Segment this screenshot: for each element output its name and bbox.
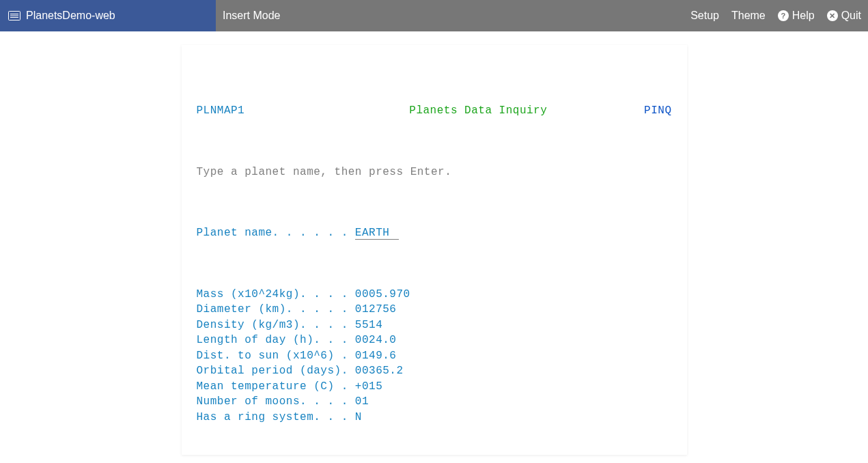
mode-indicator: Insert Mode bbox=[223, 10, 690, 22]
close-icon: ✕ bbox=[827, 10, 838, 21]
top-bar: PlanetsDemo-web Insert Mode Setup Theme … bbox=[0, 0, 868, 31]
field-label: Density (kg/m3). . . . bbox=[197, 319, 348, 331]
field-value: 01 bbox=[355, 395, 369, 408]
data-row: Density (kg/m3). . . . 5514 bbox=[197, 318, 672, 333]
planet-input-label: Planet name. . . . . . bbox=[197, 227, 348, 239]
terminal-header: PLNMAP1 Planets Data Inquiry PINQ bbox=[197, 103, 672, 119]
instruction-text: Type a planet name, then press Enter. bbox=[197, 165, 672, 180]
planet-name-input[interactable] bbox=[355, 227, 399, 240]
menu-bar: Insert Mode Setup Theme ? Help ✕ Quit bbox=[216, 0, 868, 31]
data-row: Dist. to sun (x10^6) . 0149.6 bbox=[197, 348, 672, 364]
theme-menu[interactable]: Theme bbox=[731, 10, 766, 22]
field-label: Number of moons. . . . bbox=[197, 395, 348, 408]
field-label: Orbital period (days). bbox=[197, 365, 348, 377]
setup-menu[interactable]: Setup bbox=[690, 10, 719, 22]
terminal-panel: PLNMAP1 Planets Data Inquiry PINQ Type a… bbox=[182, 45, 687, 455]
brand-section: PlanetsDemo-web bbox=[0, 0, 216, 31]
field-value: 5514 bbox=[355, 319, 382, 331]
field-value: 0024.0 bbox=[355, 334, 397, 346]
data-fields: Mass (x10^24kg). . . . 0005.970Diameter … bbox=[197, 287, 672, 425]
field-label: Mean temperature (C) . bbox=[197, 380, 348, 393]
terminal-icon bbox=[8, 11, 20, 20]
field-label: Has a ring system. . . bbox=[197, 411, 348, 423]
field-value: 0149.6 bbox=[355, 350, 397, 362]
field-value: N bbox=[355, 411, 362, 423]
setup-label: Setup bbox=[690, 10, 719, 22]
screen-title: Planets Data Inquiry bbox=[409, 103, 547, 119]
quit-label: Quit bbox=[841, 10, 861, 22]
data-row: Mean temperature (C) . +015 bbox=[197, 379, 672, 395]
planet-input-line: Planet name. . . . . . bbox=[197, 225, 672, 241]
field-value: 012756 bbox=[355, 303, 397, 315]
data-row: Length of day (h). . . 0024.0 bbox=[197, 333, 672, 348]
map-id: PLNMAP1 bbox=[197, 103, 313, 119]
data-row: Number of moons. . . . 01 bbox=[197, 394, 672, 410]
field-value: 00365.2 bbox=[355, 365, 404, 377]
transaction-code: PINQ bbox=[644, 103, 671, 119]
content-area: PLNMAP1 Planets Data Inquiry PINQ Type a… bbox=[0, 31, 868, 455]
field-value: 0005.970 bbox=[355, 288, 410, 300]
data-row: Orbital period (days). 00365.2 bbox=[197, 363, 672, 379]
quit-menu[interactable]: ✕ Quit bbox=[827, 10, 861, 22]
help-label: Help bbox=[792, 10, 815, 22]
field-label: Diameter (km). . . . . bbox=[197, 303, 348, 315]
field-label: Mass (x10^24kg). . . . bbox=[197, 288, 348, 300]
brand-title: PlanetsDemo-web bbox=[26, 10, 115, 22]
data-row: Has a ring system. . . N bbox=[197, 410, 672, 425]
help-icon: ? bbox=[778, 10, 789, 21]
field-value: +015 bbox=[355, 380, 382, 393]
help-menu[interactable]: ? Help bbox=[778, 10, 815, 22]
theme-label: Theme bbox=[731, 10, 766, 22]
field-label: Length of day (h). . . bbox=[197, 334, 348, 346]
data-row: Mass (x10^24kg). . . . 0005.970 bbox=[197, 287, 672, 303]
menu-right: Setup Theme ? Help ✕ Quit bbox=[690, 10, 861, 22]
field-label: Dist. to sun (x10^6) . bbox=[197, 350, 348, 362]
data-row: Diameter (km). . . . . 012756 bbox=[197, 302, 672, 318]
